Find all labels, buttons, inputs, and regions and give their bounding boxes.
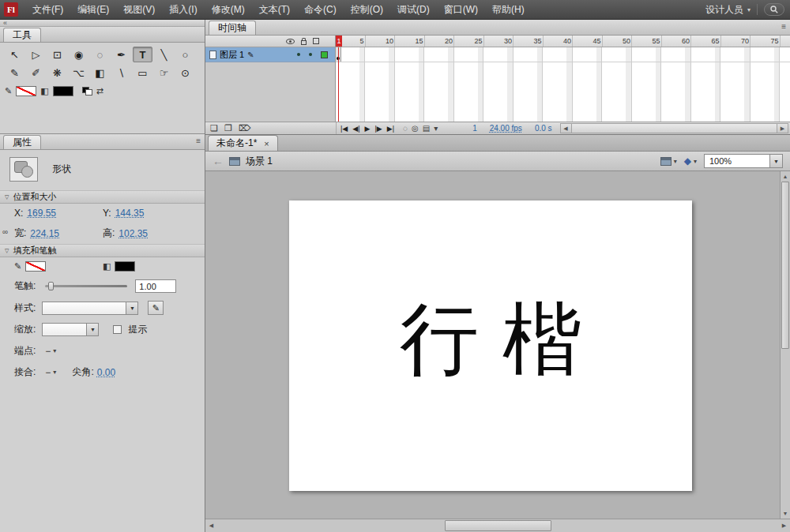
- onion-skin-icon[interactable]: ◌: [403, 124, 408, 133]
- miter-value[interactable]: 0.00: [97, 367, 115, 378]
- edit-symbols-button[interactable]: ◆ ▾: [684, 155, 697, 167]
- goto-last-frame-button[interactable]: ▶|: [386, 125, 395, 133]
- edit-scene-button[interactable]: ▾: [660, 157, 677, 166]
- stage[interactable]: 行楷: [289, 200, 692, 491]
- timeline-ruler[interactable]: 1 51015202530354045505560657075: [336, 36, 790, 47]
- 3d-rotation-tool[interactable]: ◉: [69, 47, 88, 62]
- y-position-value[interactable]: 144.35: [115, 208, 145, 219]
- scrollbar-thumb[interactable]: [781, 182, 789, 349]
- paint-bucket-tool[interactable]: ◧: [90, 65, 110, 81]
- frame-grid[interactable]: [336, 47, 790, 122]
- menu-item[interactable]: 文件(F): [25, 0, 70, 20]
- menu-item[interactable]: 控制(O): [344, 0, 390, 20]
- menu-item[interactable]: 调试(D): [390, 0, 437, 20]
- scrollbar-thumb[interactable]: [445, 520, 551, 531]
- default-colors-icon[interactable]: [82, 87, 92, 96]
- scroll-right-arrow-icon[interactable]: ▶: [777, 124, 788, 133]
- x-position-value[interactable]: 169.55: [27, 208, 56, 219]
- chevron-down-icon[interactable]: ▼: [86, 324, 98, 335]
- scroll-down-arrow-icon[interactable]: ▼: [781, 508, 790, 519]
- subselection-tool[interactable]: ▷: [26, 47, 46, 62]
- deco-tool[interactable]: ❋: [47, 65, 67, 81]
- lock-aspect-ratio-icon[interactable]: ∞: [2, 227, 8, 236]
- onion-skin-outlines-icon[interactable]: ◎: [412, 124, 419, 133]
- zoom-tool[interactable]: ⊙: [175, 65, 195, 81]
- timeline-scrollbar[interactable]: ◀ ▶: [560, 123, 788, 133]
- scrollbar-thumb[interactable]: [571, 124, 777, 133]
- prop-fill-color-swatch[interactable]: [115, 261, 135, 272]
- layer-visibility-dot[interactable]: [297, 53, 300, 56]
- stroke-scale-dropdown[interactable]: ▼: [42, 323, 99, 336]
- horizontal-scrollbar[interactable]: ◀ ▶: [205, 519, 790, 532]
- step-back-button[interactable]: ◀|: [352, 125, 360, 133]
- menu-item[interactable]: 命令(C): [297, 0, 344, 20]
- custom-stroke-style-button[interactable]: ✎: [148, 301, 164, 315]
- brush-tool[interactable]: ✐: [26, 65, 46, 81]
- pasteboard[interactable]: 行楷 ▲ ▼: [205, 171, 790, 519]
- panel-menu-icon[interactable]: ▾ ≡: [777, 23, 786, 31]
- section-position-size[interactable]: ▽ 位置和大小: [0, 190, 205, 204]
- zoom-select[interactable]: 100% ▼: [704, 154, 783, 168]
- modify-onion-markers-icon[interactable]: ▾: [434, 124, 438, 133]
- hints-checkbox[interactable]: [113, 325, 122, 334]
- stroke-width-input[interactable]: 1.00: [135, 279, 176, 293]
- search-button[interactable]: [764, 3, 784, 16]
- scroll-left-arrow-icon[interactable]: ◀: [561, 124, 571, 133]
- pencil-tool[interactable]: ✎: [5, 65, 24, 81]
- layer-lock-dot[interactable]: [309, 53, 312, 56]
- collapse-panels-icon[interactable]: «: [3, 19, 7, 27]
- show-hide-all-layers-icon[interactable]: [286, 39, 295, 44]
- scrollbar-track[interactable]: [217, 519, 778, 532]
- stage-text[interactable]: 行楷: [289, 287, 692, 394]
- back-button[interactable]: ←: [213, 155, 224, 167]
- bone-tool[interactable]: ⌥: [69, 65, 88, 81]
- height-value[interactable]: 102.35: [118, 228, 148, 239]
- tab-properties[interactable]: 属性: [3, 135, 41, 149]
- show-layers-as-outlines-icon[interactable]: [313, 38, 319, 44]
- stroke-width-slider[interactable]: [45, 285, 127, 287]
- menu-item[interactable]: 编辑(E): [70, 0, 116, 20]
- text-tool[interactable]: T: [133, 47, 152, 62]
- scroll-up-arrow-icon[interactable]: ▲: [781, 171, 790, 182]
- free-transform-tool[interactable]: ⊡: [47, 47, 67, 62]
- menu-item[interactable]: 帮助(H): [485, 0, 532, 20]
- width-value[interactable]: 224.15: [30, 228, 59, 239]
- menu-item[interactable]: 窗口(W): [437, 0, 485, 20]
- line-tool[interactable]: ╲: [154, 47, 174, 62]
- hand-tool[interactable]: ☞: [154, 65, 174, 81]
- new-layer-button[interactable]: ❏: [210, 123, 218, 133]
- layer-name[interactable]: 图层 1: [220, 49, 244, 61]
- scroll-right-arrow-icon[interactable]: ▶: [778, 519, 790, 532]
- step-forward-button[interactable]: |▶: [374, 125, 382, 133]
- layer-outline-color-swatch[interactable]: [321, 51, 328, 58]
- edit-multiple-frames-icon[interactable]: ▤: [423, 124, 430, 133]
- pen-tool[interactable]: ✒: [111, 47, 131, 62]
- prop-stroke-color-swatch[interactable]: [25, 261, 46, 272]
- cap-selector[interactable]: − ▾: [45, 346, 56, 357]
- eyedropper-tool[interactable]: ∖: [111, 65, 131, 81]
- menu-item[interactable]: 插入(I): [162, 0, 204, 20]
- layer-row[interactable]: 图层 1 ✎: [205, 47, 335, 62]
- eraser-tool[interactable]: ▭: [133, 65, 152, 81]
- menu-item[interactable]: 视图(V): [116, 0, 162, 20]
- chevron-down-icon[interactable]: ▼: [126, 302, 137, 314]
- menu-item[interactable]: 文本(T): [252, 0, 297, 20]
- lasso-tool[interactable]: ◌: [90, 47, 110, 62]
- selection-tool[interactable]: ↖: [5, 47, 24, 62]
- scene-breadcrumb[interactable]: 场景 1: [246, 155, 273, 168]
- panel-menu-icon[interactable]: ▾ ≡: [192, 137, 201, 145]
- tab-timeline[interactable]: 时间轴: [209, 21, 256, 35]
- playhead[interactable]: 1: [336, 36, 342, 47]
- vertical-scrollbar[interactable]: ▲ ▼: [780, 171, 790, 519]
- section-fill-stroke[interactable]: ▽ 填充和笔触: [0, 244, 205, 257]
- document-tab[interactable]: 未命名-1* ×: [208, 135, 278, 151]
- layer-frames-row[interactable]: [336, 47, 790, 62]
- swap-colors-icon[interactable]: ⇄: [96, 86, 103, 96]
- scroll-left-arrow-icon[interactable]: ◀: [205, 519, 217, 532]
- close-icon[interactable]: ×: [264, 139, 269, 148]
- play-button[interactable]: ▶: [364, 125, 371, 133]
- new-folder-button[interactable]: ❐: [224, 123, 232, 133]
- slider-thumb[interactable]: [48, 282, 54, 290]
- stroke-style-dropdown[interactable]: ▼: [42, 302, 138, 315]
- lock-all-layers-icon[interactable]: [301, 40, 307, 45]
